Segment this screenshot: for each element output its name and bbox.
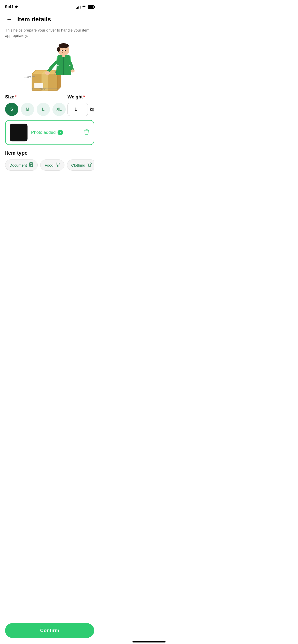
size-btn-xl[interactable]: XL — [52, 103, 66, 116]
wifi-icon — [82, 5, 86, 8]
courier-illustration: 15cm 12cm 20cm — [17, 42, 83, 92]
battery-icon — [88, 5, 94, 9]
photo-thumbnail — [10, 124, 28, 141]
check-circle-icon: ✓ — [58, 130, 63, 135]
size-weight-row: Size* S M L XL Weight* kg — [0, 94, 99, 116]
item-type-title: Item type — [5, 150, 94, 156]
item-type-clothing[interactable]: Clothing — [67, 159, 94, 171]
food-label: Food — [45, 163, 53, 167]
size-buttons: S M L XL — [5, 103, 67, 116]
weight-section: Weight* kg — [67, 94, 94, 116]
item-type-document[interactable]: Document — [5, 159, 38, 171]
svg-point-13 — [57, 47, 60, 52]
time-display: 9:41 — [5, 4, 14, 9]
size-label: Size* — [5, 94, 67, 100]
signal-icon — [76, 5, 80, 9]
weight-input-row: kg — [67, 103, 94, 116]
svg-point-19 — [65, 50, 66, 51]
status-bar: 9:41 — [0, 0, 99, 12]
back-button[interactable]: ← — [4, 14, 14, 24]
illustration-area: 15cm 12cm 20cm — [0, 42, 99, 92]
back-arrow-icon: ← — [6, 16, 12, 23]
page-title: Item details — [17, 16, 51, 23]
size-btn-l[interactable]: L — [37, 103, 50, 116]
document-label: Document — [9, 163, 27, 167]
clothing-label: Clothing — [71, 163, 85, 167]
weight-label: Weight* — [67, 94, 94, 100]
size-section: Size* S M L XL — [5, 94, 67, 116]
dim-20cm-label: 20cm — [39, 87, 46, 91]
svg-point-22 — [71, 69, 75, 72]
subtitle-text: This helps prepare your driver to handle… — [0, 27, 99, 42]
clothing-icon — [87, 162, 92, 168]
svg-rect-4 — [34, 83, 43, 88]
svg-rect-20 — [62, 55, 65, 57]
page-header: ← Item details — [0, 12, 99, 27]
location-icon — [15, 5, 18, 8]
weight-input[interactable] — [67, 103, 88, 116]
kg-label: kg — [90, 107, 94, 112]
document-icon — [29, 162, 33, 168]
item-type-food[interactable]: Food — [40, 159, 64, 171]
photo-status-text: Photo added — [31, 130, 56, 135]
photo-box[interactable]: Photo added ✓ — [5, 120, 94, 145]
svg-point-21 — [45, 71, 50, 75]
food-icon — [56, 162, 60, 168]
item-type-section: Item type Document Food — [0, 150, 99, 171]
svg-point-18 — [62, 50, 63, 51]
size-btn-s[interactable]: S — [5, 103, 18, 116]
status-icons — [76, 5, 94, 9]
svg-point-12 — [59, 43, 69, 48]
item-type-scroll: Document Food Clothing — [5, 159, 94, 171]
size-btn-m[interactable]: M — [21, 103, 34, 116]
photo-status: Photo added ✓ — [31, 130, 80, 135]
trash-icon[interactable] — [84, 129, 90, 136]
status-time: 9:41 — [5, 4, 18, 9]
dim-12cm-label: 12cm — [24, 75, 31, 78]
